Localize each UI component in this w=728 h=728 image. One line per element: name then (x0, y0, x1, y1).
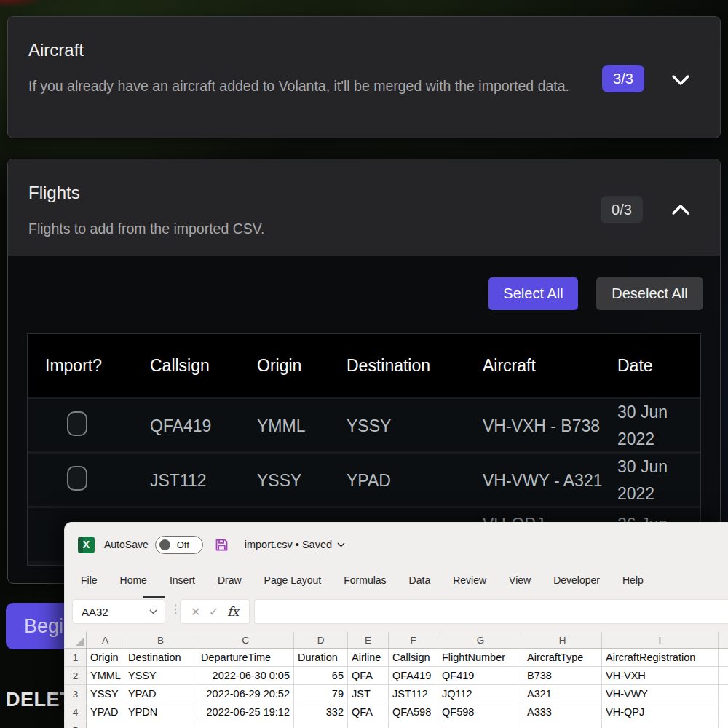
cell-A1[interactable]: Origin (87, 649, 124, 667)
chevron-up-icon[interactable] (670, 202, 691, 218)
cell-H1[interactable]: AircraftType (523, 649, 602, 667)
column-header-H[interactable]: H (523, 632, 602, 649)
cell-H2[interactable]: B738 (523, 667, 602, 685)
tab-file[interactable]: File (81, 574, 98, 586)
autosave-toggle[interactable]: Off (155, 536, 203, 554)
flights-section-header: Flights Flights to add from the imported… (8, 159, 720, 256)
cell-C5[interactable] (197, 721, 294, 728)
cell-E3[interactable]: JST (348, 685, 389, 703)
cell-I4[interactable]: VH-QPJ (602, 703, 719, 721)
cell-D3[interactable]: 79 (294, 685, 348, 703)
column-header-F[interactable]: F (389, 632, 438, 649)
column-header-G[interactable]: G (438, 632, 523, 649)
tab-developer[interactable]: Developer (553, 574, 600, 586)
cell-D4[interactable]: 332 (294, 703, 348, 721)
tab-data[interactable]: Data (409, 574, 431, 586)
cell-A4[interactable]: YPAD (87, 703, 124, 721)
column-header-B[interactable]: B (124, 632, 197, 649)
cell-E2[interactable]: QFA (348, 667, 389, 685)
tab-help[interactable]: Help (622, 574, 644, 586)
cell-F4[interactable]: QFA598 (389, 703, 438, 721)
cell-H5[interactable] (523, 721, 602, 728)
name-box-chevron-down-icon[interactable] (149, 609, 157, 614)
table-row[interactable]: JST112 YSSY YPAD VH-VWY - A321 30 Jun 20… (28, 451, 700, 506)
column-header-E[interactable]: E (348, 632, 389, 649)
formula-controls: ✕ ✓ fx (180, 599, 250, 624)
row-number-2[interactable]: 2 (65, 667, 87, 685)
cell-G4[interactable]: QF598 (438, 703, 523, 721)
select-all-button[interactable]: Select All (488, 277, 578, 310)
cell-I2[interactable]: VH-VXH (602, 667, 719, 685)
destination-cell: YSSY (347, 416, 483, 436)
filename-chevron-down-icon[interactable] (337, 542, 345, 547)
name-box[interactable]: AA32 (72, 599, 165, 624)
cell-B2[interactable]: YSSY (124, 667, 197, 685)
table-row[interactable]: QFA419 YMML YSSY VH-VXH - B738 30 Jun 20… (28, 397, 700, 451)
row-number-5[interactable]: 5 (65, 721, 87, 728)
cell-B4[interactable]: YPDN (124, 703, 197, 721)
tab-formulas[interactable]: Formulas (344, 574, 386, 586)
chevron-down-icon[interactable] (670, 72, 691, 88)
cell-B5[interactable] (124, 721, 197, 728)
filename-label[interactable]: import.csv • Saved (245, 539, 332, 550)
column-header-C[interactable]: C (197, 632, 294, 649)
tab-insert[interactable]: Insert (170, 574, 195, 586)
cell-F5[interactable] (389, 721, 438, 728)
cell-E5[interactable] (348, 721, 389, 728)
tab-review[interactable]: Review (453, 574, 486, 586)
cell-C1[interactable]: DepartureTime (197, 649, 294, 667)
enter-icon[interactable]: ✓ (209, 605, 218, 619)
cell-F1[interactable]: Callsign (389, 649, 438, 667)
delete-label[interactable]: DELET (6, 689, 72, 711)
cell-D5[interactable] (294, 721, 348, 728)
cell-H4[interactable]: A333 (523, 703, 602, 721)
formula-bar-input[interactable] (254, 599, 728, 624)
cell-A2[interactable]: YMML (87, 667, 124, 685)
tab-draw[interactable]: Draw (218, 574, 242, 586)
cell-I1[interactable]: AircraftRegistration (602, 649, 719, 667)
cell-A3[interactable]: YSSY (87, 685, 124, 703)
cell-B1[interactable]: Destination (124, 649, 197, 667)
cell-B3[interactable]: YPAD (124, 685, 197, 703)
tab-home[interactable]: Home (120, 574, 147, 586)
insert-function-icon[interactable]: fx (227, 604, 239, 619)
tab-view[interactable]: View (509, 574, 531, 586)
cell-E4[interactable]: QFA (348, 703, 389, 721)
cell-D2[interactable]: 65 (294, 667, 348, 685)
tab-page-layout[interactable]: Page Layout (264, 574, 322, 586)
aircraft-count-badge: 3/3 (602, 65, 644, 92)
import-checkbox[interactable] (67, 411, 87, 436)
deselect-all-button[interactable]: Deselect All (596, 277, 703, 310)
cell-G1[interactable]: FlightNumber (438, 649, 523, 667)
cell-G3[interactable]: JQ112 (438, 685, 523, 703)
cell-partial (719, 703, 728, 721)
row-number-3[interactable]: 3 (65, 685, 87, 703)
cell-I5[interactable] (602, 721, 719, 728)
cell-G5[interactable] (438, 721, 523, 728)
column-header-I[interactable]: I (602, 632, 719, 649)
column-header-D[interactable]: D (294, 632, 348, 649)
autosave-state: Off (177, 539, 189, 550)
cell-G2[interactable]: QF419 (438, 667, 523, 685)
save-icon[interactable] (214, 537, 229, 553)
cell-partial (719, 649, 728, 667)
cell-C4[interactable]: 2022-06-25 19:12 (197, 703, 294, 721)
cell-C3[interactable]: 2022-06-29 20:52 (197, 685, 294, 703)
cell-F2[interactable]: QFA419 (389, 667, 438, 685)
cancel-icon[interactable]: ✕ (191, 605, 200, 619)
cell-H3[interactable]: A321 (523, 685, 602, 703)
cell-D1[interactable]: Duration (294, 649, 348, 667)
cell-I3[interactable]: VH-VWY (602, 685, 719, 703)
cell-E1[interactable]: Airline (348, 649, 389, 667)
destination-cell: YPAD (347, 471, 483, 491)
row-number-1[interactable]: 1 (65, 649, 87, 667)
cell-A5[interactable] (87, 721, 124, 728)
import-checkbox[interactable] (67, 466, 87, 491)
cell-C2[interactable]: 2022-06-30 0:05 (197, 667, 294, 685)
select-all-cells-button[interactable] (65, 632, 87, 649)
column-header-A[interactable]: A (87, 632, 124, 649)
origin-cell: YSSY (257, 471, 347, 491)
cell-F3[interactable]: JST112 (389, 685, 438, 703)
callsign-cell: JST112 (150, 471, 257, 491)
row-number-4[interactable]: 4 (65, 703, 87, 721)
